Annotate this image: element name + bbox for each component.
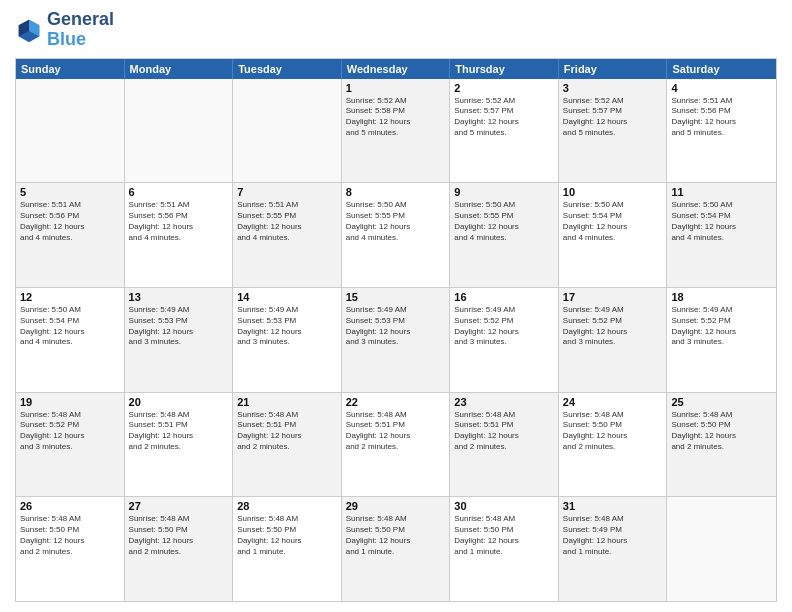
calendar-cell: 12Sunrise: 5:50 AM Sunset: 5:54 PM Dayli… (16, 288, 125, 392)
cell-info: Sunrise: 5:48 AM Sunset: 5:52 PM Dayligh… (20, 410, 120, 453)
calendar-cell: 30Sunrise: 5:48 AM Sunset: 5:50 PM Dayli… (450, 497, 559, 601)
cell-info: Sunrise: 5:51 AM Sunset: 5:56 PM Dayligh… (671, 96, 772, 139)
calendar-cell (16, 79, 125, 183)
calendar-row: 5Sunrise: 5:51 AM Sunset: 5:56 PM Daylig… (16, 183, 776, 288)
cell-info: Sunrise: 5:48 AM Sunset: 5:50 PM Dayligh… (563, 410, 663, 453)
day-number: 11 (671, 186, 772, 198)
calendar-cell (233, 79, 342, 183)
calendar-cell: 29Sunrise: 5:48 AM Sunset: 5:50 PM Dayli… (342, 497, 451, 601)
logo-icon (15, 16, 43, 44)
cell-info: Sunrise: 5:50 AM Sunset: 5:55 PM Dayligh… (454, 200, 554, 243)
calendar-cell: 19Sunrise: 5:48 AM Sunset: 5:52 PM Dayli… (16, 393, 125, 497)
day-number: 12 (20, 291, 120, 303)
calendar-cell: 18Sunrise: 5:49 AM Sunset: 5:52 PM Dayli… (667, 288, 776, 392)
calendar-row: 19Sunrise: 5:48 AM Sunset: 5:52 PM Dayli… (16, 393, 776, 498)
cell-info: Sunrise: 5:48 AM Sunset: 5:50 PM Dayligh… (454, 514, 554, 557)
day-number: 25 (671, 396, 772, 408)
cell-info: Sunrise: 5:52 AM Sunset: 5:57 PM Dayligh… (454, 96, 554, 139)
calendar-cell: 22Sunrise: 5:48 AM Sunset: 5:51 PM Dayli… (342, 393, 451, 497)
cell-info: Sunrise: 5:50 AM Sunset: 5:54 PM Dayligh… (671, 200, 772, 243)
calendar-cell (667, 497, 776, 601)
cell-info: Sunrise: 5:48 AM Sunset: 5:50 PM Dayligh… (20, 514, 120, 557)
day-number: 8 (346, 186, 446, 198)
day-number: 19 (20, 396, 120, 408)
weekday-header: Monday (125, 59, 234, 79)
day-number: 10 (563, 186, 663, 198)
calendar-cell: 2Sunrise: 5:52 AM Sunset: 5:57 PM Daylig… (450, 79, 559, 183)
cell-info: Sunrise: 5:49 AM Sunset: 5:53 PM Dayligh… (129, 305, 229, 348)
calendar-cell (125, 79, 234, 183)
day-number: 21 (237, 396, 337, 408)
day-number: 13 (129, 291, 229, 303)
calendar-cell: 13Sunrise: 5:49 AM Sunset: 5:53 PM Dayli… (125, 288, 234, 392)
day-number: 30 (454, 500, 554, 512)
day-number: 28 (237, 500, 337, 512)
calendar-cell: 4Sunrise: 5:51 AM Sunset: 5:56 PM Daylig… (667, 79, 776, 183)
day-number: 22 (346, 396, 446, 408)
calendar-cell: 5Sunrise: 5:51 AM Sunset: 5:56 PM Daylig… (16, 183, 125, 287)
cell-info: Sunrise: 5:48 AM Sunset: 5:51 PM Dayligh… (237, 410, 337, 453)
logo: General Blue (15, 10, 114, 50)
weekday-header: Sunday (16, 59, 125, 79)
cell-info: Sunrise: 5:48 AM Sunset: 5:50 PM Dayligh… (129, 514, 229, 557)
weekday-header: Thursday (450, 59, 559, 79)
calendar-cell: 8Sunrise: 5:50 AM Sunset: 5:55 PM Daylig… (342, 183, 451, 287)
weekday-header: Wednesday (342, 59, 451, 79)
cell-info: Sunrise: 5:50 AM Sunset: 5:54 PM Dayligh… (20, 305, 120, 348)
calendar-cell: 3Sunrise: 5:52 AM Sunset: 5:57 PM Daylig… (559, 79, 668, 183)
page: General Blue SundayMondayTuesdayWednesda… (0, 0, 792, 612)
calendar-row: 12Sunrise: 5:50 AM Sunset: 5:54 PM Dayli… (16, 288, 776, 393)
day-number: 16 (454, 291, 554, 303)
logo-line2: Blue (47, 30, 114, 50)
cell-info: Sunrise: 5:52 AM Sunset: 5:57 PM Dayligh… (563, 96, 663, 139)
calendar-cell: 6Sunrise: 5:51 AM Sunset: 5:56 PM Daylig… (125, 183, 234, 287)
day-number: 18 (671, 291, 772, 303)
day-number: 2 (454, 82, 554, 94)
cell-info: Sunrise: 5:48 AM Sunset: 5:50 PM Dayligh… (346, 514, 446, 557)
cell-info: Sunrise: 5:48 AM Sunset: 5:51 PM Dayligh… (129, 410, 229, 453)
calendar-cell: 20Sunrise: 5:48 AM Sunset: 5:51 PM Dayli… (125, 393, 234, 497)
calendar-cell: 9Sunrise: 5:50 AM Sunset: 5:55 PM Daylig… (450, 183, 559, 287)
day-number: 15 (346, 291, 446, 303)
calendar-cell: 15Sunrise: 5:49 AM Sunset: 5:53 PM Dayli… (342, 288, 451, 392)
header: General Blue (15, 10, 777, 50)
cell-info: Sunrise: 5:48 AM Sunset: 5:51 PM Dayligh… (346, 410, 446, 453)
calendar-cell: 31Sunrise: 5:48 AM Sunset: 5:49 PM Dayli… (559, 497, 668, 601)
calendar-cell: 10Sunrise: 5:50 AM Sunset: 5:54 PM Dayli… (559, 183, 668, 287)
cell-info: Sunrise: 5:49 AM Sunset: 5:53 PM Dayligh… (237, 305, 337, 348)
day-number: 1 (346, 82, 446, 94)
calendar-cell: 16Sunrise: 5:49 AM Sunset: 5:52 PM Dayli… (450, 288, 559, 392)
cell-info: Sunrise: 5:52 AM Sunset: 5:58 PM Dayligh… (346, 96, 446, 139)
cell-info: Sunrise: 5:48 AM Sunset: 5:50 PM Dayligh… (237, 514, 337, 557)
day-number: 9 (454, 186, 554, 198)
day-number: 27 (129, 500, 229, 512)
calendar-cell: 14Sunrise: 5:49 AM Sunset: 5:53 PM Dayli… (233, 288, 342, 392)
calendar-row: 1Sunrise: 5:52 AM Sunset: 5:58 PM Daylig… (16, 79, 776, 184)
calendar-cell: 25Sunrise: 5:48 AM Sunset: 5:50 PM Dayli… (667, 393, 776, 497)
calendar-cell: 21Sunrise: 5:48 AM Sunset: 5:51 PM Dayli… (233, 393, 342, 497)
cell-info: Sunrise: 5:51 AM Sunset: 5:56 PM Dayligh… (129, 200, 229, 243)
cell-info: Sunrise: 5:49 AM Sunset: 5:52 PM Dayligh… (563, 305, 663, 348)
cell-info: Sunrise: 5:48 AM Sunset: 5:50 PM Dayligh… (671, 410, 772, 453)
day-number: 29 (346, 500, 446, 512)
calendar-row: 26Sunrise: 5:48 AM Sunset: 5:50 PM Dayli… (16, 497, 776, 601)
calendar-cell: 17Sunrise: 5:49 AM Sunset: 5:52 PM Dayli… (559, 288, 668, 392)
cell-info: Sunrise: 5:48 AM Sunset: 5:49 PM Dayligh… (563, 514, 663, 557)
day-number: 26 (20, 500, 120, 512)
calendar-cell: 28Sunrise: 5:48 AM Sunset: 5:50 PM Dayli… (233, 497, 342, 601)
day-number: 17 (563, 291, 663, 303)
calendar-cell: 7Sunrise: 5:51 AM Sunset: 5:55 PM Daylig… (233, 183, 342, 287)
calendar-cell: 26Sunrise: 5:48 AM Sunset: 5:50 PM Dayli… (16, 497, 125, 601)
day-number: 7 (237, 186, 337, 198)
calendar-body: 1Sunrise: 5:52 AM Sunset: 5:58 PM Daylig… (16, 79, 776, 601)
cell-info: Sunrise: 5:50 AM Sunset: 5:54 PM Dayligh… (563, 200, 663, 243)
day-number: 31 (563, 500, 663, 512)
day-number: 5 (20, 186, 120, 198)
cell-info: Sunrise: 5:51 AM Sunset: 5:55 PM Dayligh… (237, 200, 337, 243)
cell-info: Sunrise: 5:49 AM Sunset: 5:52 PM Dayligh… (454, 305, 554, 348)
logo-line1: General (47, 10, 114, 30)
day-number: 4 (671, 82, 772, 94)
calendar-cell: 11Sunrise: 5:50 AM Sunset: 5:54 PM Dayli… (667, 183, 776, 287)
calendar-cell: 24Sunrise: 5:48 AM Sunset: 5:50 PM Dayli… (559, 393, 668, 497)
cell-info: Sunrise: 5:51 AM Sunset: 5:56 PM Dayligh… (20, 200, 120, 243)
